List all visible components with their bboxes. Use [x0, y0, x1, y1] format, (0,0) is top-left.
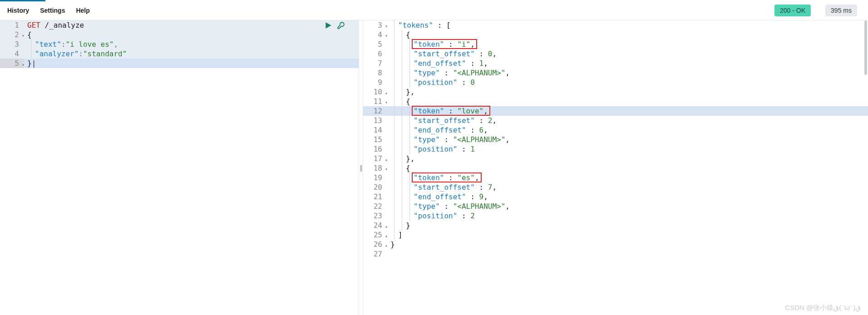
gutter-line-number: 8 [363, 68, 387, 78]
gutter-line-number: 22 [363, 202, 387, 211]
response-line[interactable]: 24▴} [363, 221, 868, 230]
gutter-line-number: 9 [363, 78, 387, 87]
gutter-line-number: 5▴ [0, 59, 24, 68]
response-line[interactable]: 20"start_offset" : 7, [363, 182, 868, 192]
menubar: History Settings Help 200 - OK 395 ms [0, 0, 868, 20]
response-line[interactable]: 11▾{ [363, 97, 868, 106]
response-line[interactable]: 6"start_offset" : 0, [363, 49, 868, 59]
code-content[interactable]: "tokens" : [ [387, 20, 868, 30]
code-content[interactable]: } [387, 240, 868, 249]
gutter-line-number: 5 [363, 39, 387, 49]
gutter-line-number: 13 [363, 116, 387, 125]
gutter-line-number: 17▴ [363, 154, 387, 163]
response-line[interactable]: 12"token" : "love", [363, 106, 868, 116]
code-content[interactable]: "start_offset" : 7, [387, 182, 868, 192]
scrollbar-thumb[interactable] [864, 20, 867, 75]
menu-settings[interactable]: Settings [40, 7, 65, 14]
request-line[interactable]: 3"text":"i love es", [0, 39, 359, 49]
response-line[interactable]: 27 [363, 249, 868, 259]
gutter-line-number: 26▴ [363, 240, 387, 249]
gutter-line-number: 23 [363, 211, 387, 221]
response-line[interactable]: 25▴] [363, 230, 868, 240]
code-content[interactable]: "start_offset" : 2, [387, 116, 868, 125]
code-content[interactable]: "type" : "<ALPHANUM>", [387, 135, 868, 144]
gutter-line-number: 7 [363, 59, 387, 68]
response-line[interactable]: 21"end_offset" : 9, [363, 192, 868, 202]
request-line[interactable]: 4"analyzer":"standard" [0, 49, 359, 59]
response-line[interactable]: 17▴}, [363, 154, 868, 163]
code-content[interactable]: "type" : "<ALPHANUM>", [387, 202, 868, 211]
code-content[interactable]: "analyzer":"standard" [24, 49, 359, 59]
code-content[interactable]: { [387, 163, 868, 173]
response-line[interactable]: 3▾"tokens" : [ [363, 20, 868, 30]
response-line[interactable]: 22"type" : "<ALPHANUM>", [363, 202, 868, 211]
code-content[interactable]: "start_offset" : 0, [387, 49, 868, 59]
response-line[interactable]: 10▴}, [363, 87, 868, 97]
code-content[interactable]: "position" : 1 [387, 144, 868, 154]
code-content[interactable]: }| [24, 59, 359, 68]
gutter-line-number: 6 [363, 49, 387, 59]
code-content[interactable]: "position" : 0 [387, 78, 868, 87]
response-line[interactable]: 19"token" : "es", [363, 173, 868, 182]
wrench-icon[interactable] [337, 21, 345, 31]
tab-indicator [0, 0, 45, 1]
gutter-line-number: 18▾ [363, 163, 387, 173]
response-line[interactable]: 7"end_offset" : 1, [363, 59, 868, 68]
gutter-line-number: 21 [363, 192, 387, 202]
gutter-line-number: 24▴ [363, 221, 387, 230]
code-content[interactable]: }, [387, 154, 868, 163]
play-icon[interactable] [324, 21, 332, 31]
code-content[interactable]: "end_offset" : 9, [387, 192, 868, 202]
response-line[interactable]: 18▾{ [363, 163, 868, 173]
menu-history[interactable]: History [7, 7, 29, 14]
response-line[interactable]: 14"end_offset" : 6, [363, 125, 868, 135]
gutter-line-number: 20 [363, 182, 387, 192]
status-badge: 200 - OK [774, 5, 811, 16]
menu-help[interactable]: Help [76, 7, 89, 14]
response-viewer[interactable]: 3▾"tokens" : [4▾{5"token" : "i",6"start_… [363, 20, 868, 315]
code-content[interactable]: "end_offset" : 6, [387, 125, 868, 135]
gutter-line-number: 16 [363, 144, 387, 154]
response-line[interactable]: 23"position" : 2 [363, 211, 868, 221]
gutter-line-number: 3▾ [363, 20, 387, 30]
code-content[interactable]: "end_offset" : 1, [387, 59, 868, 68]
gutter-line-number: 10▴ [363, 87, 387, 97]
request-line[interactable]: 1GET /_analyze [0, 20, 359, 30]
pane-splitter[interactable]: ‖ [359, 20, 363, 315]
response-line[interactable]: 13"start_offset" : 2, [363, 116, 868, 125]
timing-badge: 395 ms [825, 5, 857, 16]
response-line[interactable]: 8"type" : "<ALPHANUM>", [363, 68, 868, 78]
code-content[interactable]: "token" : "love", [387, 106, 868, 116]
code-content[interactable]: { [387, 97, 868, 106]
code-content[interactable]: GET /_analyze [24, 20, 359, 30]
response-line[interactable]: 16"position" : 1 [363, 144, 868, 154]
gutter-line-number: 2▾ [0, 30, 24, 39]
code-content[interactable]: "type" : "<ALPHANUM>", [387, 68, 868, 78]
gutter-line-number: 27 [363, 249, 387, 259]
gutter-line-number: 3 [0, 39, 24, 49]
request-editor[interactable]: 1GET /_analyze2▾{3"text":"i love es",4"a… [0, 20, 359, 315]
gutter-line-number: 4▾ [363, 30, 387, 39]
request-line[interactable]: 5▴}| [0, 59, 359, 68]
gutter-line-number: 14 [363, 125, 387, 135]
gutter-line-number: 15 [363, 135, 387, 144]
code-content[interactable]: "position" : 2 [387, 211, 868, 221]
code-content[interactable]: { [24, 30, 359, 39]
response-line[interactable]: 4▾{ [363, 30, 868, 39]
response-line[interactable]: 26▴} [363, 240, 868, 249]
code-content[interactable]: "token" : "es", [387, 173, 868, 182]
gutter-line-number: 25▴ [363, 230, 387, 240]
code-content[interactable]: ] [387, 230, 868, 240]
code-content[interactable]: "text":"i love es", [24, 39, 359, 49]
response-line[interactable]: 5"token" : "i", [363, 39, 868, 49]
gutter-line-number: 12 [363, 106, 387, 116]
gutter-line-number: 19 [363, 173, 387, 182]
code-content[interactable]: { [387, 30, 868, 39]
response-line[interactable]: 9"position" : 0 [363, 78, 868, 87]
code-content[interactable]: } [387, 221, 868, 230]
response-line[interactable]: 15"type" : "<ALPHANUM>", [363, 135, 868, 144]
code-content[interactable]: }, [387, 87, 868, 97]
code-content[interactable]: "token" : "i", [387, 39, 868, 49]
gutter-line-number: 11▾ [363, 97, 387, 106]
request-line[interactable]: 2▾{ [0, 30, 359, 39]
